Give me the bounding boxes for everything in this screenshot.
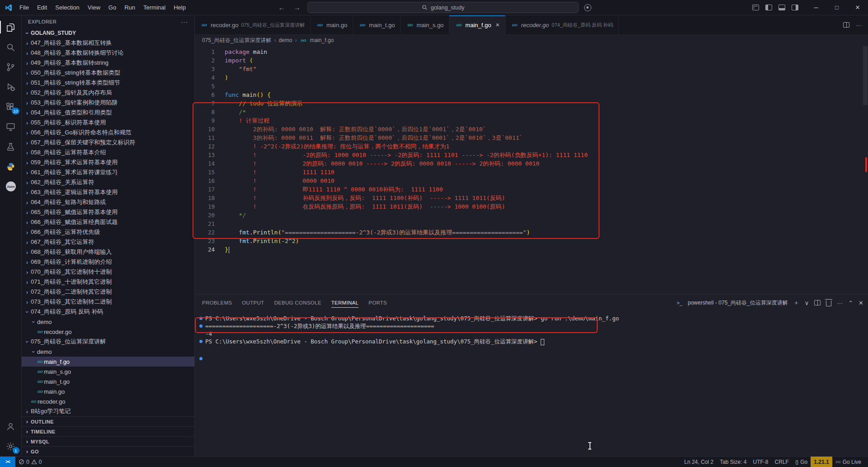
status-eol[interactable]: CRLF — [772, 457, 792, 467]
tree-item[interactable]: ›057_尚硅谷_保留关键字和预定义标识符 — [22, 138, 194, 148]
split-editor-icon[interactable] — [843, 22, 849, 28]
sidebar-section-go[interactable]: ›GO — [22, 446, 194, 456]
tree-item[interactable]: ›047_尚硅谷_基本数据相互转换 — [22, 38, 194, 48]
copilot-icon[interactable] — [584, 4, 591, 11]
command-decoration-dot[interactable] — [199, 324, 203, 328]
breadcrumb-item[interactable]: main_f.go — [310, 37, 334, 43]
menu-run[interactable]: Run — [120, 0, 139, 15]
activity-json-icon[interactable]: Json — [0, 176, 22, 196]
tree-item[interactable]: ›074_尚硅谷_原码 反码 补码 — [22, 307, 194, 317]
tree-item[interactable]: ›056_尚硅谷_Go标识符命名特点和规范 — [22, 128, 194, 138]
menu-file[interactable]: File — [15, 0, 33, 15]
activity-settings-icon[interactable]: 1 — [0, 436, 22, 456]
tab-recoder.go[interactable]: GOrecoder.go075_尚硅谷_位运算深度讲解 — [195, 15, 311, 34]
activity-explorer-icon[interactable] — [0, 17, 22, 37]
breadcrumb-item[interactable]: 075_尚硅谷_位运算深度讲解 — [202, 37, 271, 44]
tree-item[interactable]: ›068_尚硅谷_获取用户终端输入 — [22, 247, 194, 257]
command-decoration-dot[interactable] — [199, 340, 203, 343]
remote-indicator[interactable]: >< — [0, 457, 15, 467]
tree-item[interactable]: GOmain_s.go — [22, 367, 194, 376]
activity-python-icon[interactable] — [0, 157, 22, 176]
activity-testing-icon[interactable] — [0, 137, 22, 157]
tree-item[interactable]: ›063_尚硅谷_逻辑运算符基本使用 — [22, 187, 194, 197]
tree-item[interactable]: ›064_尚硅谷_短路与和短路或 — [22, 197, 194, 207]
sidebar-section-timeline[interactable]: ›TIMELINE — [22, 426, 194, 436]
menu-view[interactable]: View — [84, 0, 104, 15]
toggle-secondary-sidebar-icon[interactable] — [792, 5, 798, 10]
toggle-sidebar-icon[interactable] — [765, 5, 772, 10]
tree-item[interactable]: GOmain.go — [22, 386, 194, 396]
status-encoding[interactable]: UTF-8 — [750, 457, 772, 467]
tree-item[interactable]: ›048_尚硅谷_基本数据转换细节讨论 — [22, 48, 194, 58]
tab-main_f.go[interactable]: GOmain_f.go× — [449, 15, 505, 34]
status-go-version[interactable]: 1.21.1 — [811, 457, 832, 467]
workspace-section-header[interactable]: › GOLANG_STUDY — [22, 28, 194, 38]
code-editor[interactable]: 1package main2import (3 "fmt"4)56func ma… — [195, 46, 868, 294]
tree-item[interactable]: ›070_尚硅谷_其它进制转十进制 — [22, 267, 194, 277]
minimize-button[interactable]: ─ — [806, 0, 826, 15]
new-terminal-icon[interactable]: ＋ — [793, 299, 799, 307]
sidebar-section-outline[interactable]: ›OUTLINE — [22, 416, 194, 426]
activity-remote-explorer-icon[interactable] — [0, 117, 22, 137]
search-box[interactable]: golang_study — [307, 2, 579, 13]
panel-tab-ports[interactable]: PORTS — [368, 295, 387, 311]
status-language[interactable]: {}Go — [792, 457, 811, 467]
tree-item[interactable]: GOrecoder.go — [22, 327, 194, 337]
menu-edit[interactable]: Edit — [33, 0, 51, 15]
command-decoration-dot[interactable] — [199, 357, 203, 360]
close-panel-icon[interactable]: ✕ — [859, 300, 863, 306]
tree-item[interactable]: ›071_尚硅谷_十进制转其它进制 — [22, 277, 194, 287]
tree-item[interactable]: ›061_尚硅谷_算术运算符课堂练习 — [22, 167, 194, 177]
tree-item[interactable]: ›066_尚硅谷_赋值运算经典面试题 — [22, 217, 194, 227]
status-go-live[interactable]: Go Live — [832, 457, 864, 467]
tree-item[interactable]: ›058_尚硅谷_运算符基本介绍 — [22, 148, 194, 157]
tree-item[interactable]: ›demo — [22, 347, 194, 357]
status-tab-size[interactable]: Tab Size: 4 — [717, 457, 750, 467]
split-terminal-icon[interactable] — [814, 300, 821, 305]
history-back-icon[interactable]: ← — [277, 4, 287, 11]
tab-recoder.go[interactable]: GOrecoder.go074_尚硅谷_原码 反码 补码 — [505, 15, 619, 34]
tree-item[interactable]: ›066_尚硅谷_运算符优先级 — [22, 227, 194, 237]
tree-item[interactable]: ›075_尚硅谷_位运算深度讲解 — [22, 337, 194, 347]
tree-item[interactable]: ›065_尚硅谷_赋值运算符基本使用 — [22, 207, 194, 217]
tree-item[interactable]: ›062_尚硅谷_关系运算符 — [22, 177, 194, 187]
tree-item[interactable]: GOmain_f.go — [22, 357, 194, 367]
activity-source-control-icon[interactable] — [0, 57, 22, 77]
tree-item[interactable]: ›069_尚硅谷_计算机进制的介绍 — [22, 257, 194, 267]
menu-help[interactable]: Help — [170, 0, 190, 15]
tree-item[interactable]: ›067_尚硅谷_其它运算符 — [22, 237, 194, 247]
editor-scrollbar[interactable] — [863, 46, 868, 105]
customize-layout-icon[interactable] — [752, 5, 759, 10]
tab-main_t.go[interactable]: GOmain_t.go — [353, 15, 401, 34]
status-cursor-position[interactable]: Ln 24, Col 2 — [681, 457, 717, 467]
panel-tab-terminal[interactable]: TERMINAL — [331, 295, 359, 311]
tree-item[interactable]: ›050_尚硅谷_string转基本数据类型 — [22, 68, 194, 78]
tree-item[interactable]: ›054_尚硅谷_值类型和引用类型 — [22, 108, 194, 118]
tree-item[interactable]: ›059_尚硅谷_算术运算符基本使用 — [22, 157, 194, 167]
tree-item[interactable]: ›051_尚硅谷_string转基本类型细节 — [22, 78, 194, 88]
terminal-output[interactable]: PS C:\Users\wxe5szh\OneDrive - Bosch Gro… — [195, 311, 868, 456]
activity-extensions-icon[interactable]: 10 — [0, 97, 22, 117]
panel-tab-debug-console[interactable]: DEBUG CONSOLE — [274, 295, 321, 311]
maximize-button[interactable]: □ — [826, 0, 847, 15]
tree-item[interactable]: ›072_尚硅谷_二进制转其它进制 — [22, 287, 194, 297]
tree-item[interactable]: ›demo — [22, 317, 194, 327]
activity-search-icon[interactable] — [0, 37, 22, 57]
sidebar-more-icon[interactable]: ··· — [181, 19, 188, 25]
activity-run-debug-icon[interactable] — [0, 77, 22, 97]
breadcrumb-item[interactable]: demo — [278, 37, 292, 43]
maximize-panel-icon[interactable]: ⌃ — [848, 300, 853, 306]
tree-item[interactable]: GOrecoder.go — [22, 396, 194, 406]
close-button[interactable]: ✕ — [847, 0, 868, 15]
tree-item[interactable]: GOmain_t.go — [22, 376, 194, 386]
sidebar-section-mysql[interactable]: ›MYSQL — [22, 436, 194, 446]
problems-status[interactable]: 0 0 — [15, 457, 45, 467]
tree-item[interactable]: ›052_尚硅谷_指针及其内存布局 — [22, 88, 194, 98]
panel-tab-output[interactable]: OUTPUT — [242, 295, 264, 311]
kill-terminal-icon[interactable] — [826, 300, 831, 306]
close-icon[interactable]: × — [495, 21, 499, 29]
toggle-panel-icon[interactable] — [778, 5, 785, 10]
activity-accounts-icon[interactable] — [0, 416, 22, 436]
editor-more-icon[interactable]: ··· — [856, 22, 862, 29]
menu-terminal[interactable]: Terminal — [139, 0, 170, 15]
